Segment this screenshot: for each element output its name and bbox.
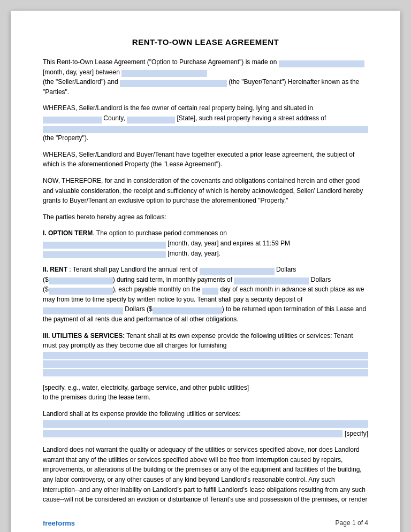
section-2-heading: II. RENT: [43, 266, 67, 273]
section-1-text: . The option to purchase period commence…: [93, 229, 227, 237]
landlord-provides-paragraph: Landlord shall at its expense provide th…: [43, 409, 368, 438]
whereas-text-2: WHEREAS, Seller/Landlord and Buyer/Tenan…: [43, 151, 354, 168]
landlord-warranty-text: Landlord does not warrant the quality or…: [43, 446, 367, 503]
monthly-rent-amount-input[interactable]: [49, 288, 113, 295]
now-therefore-text: NOW, THEREFORE, for and in consideration…: [43, 177, 363, 204]
section-2-each: ), each payable monthly on the: [113, 286, 201, 293]
footer-brand-free: free: [43, 519, 56, 527]
section-2-security: Dollars ($: [125, 305, 152, 313]
party-2-input[interactable]: [120, 80, 227, 87]
utilities-line-1[interactable]: [43, 352, 368, 359]
footer: freeforms Page 1 of 4: [43, 519, 368, 527]
day-input[interactable]: [202, 288, 218, 295]
section-3: III. UTILITIES & SERVICES: Tenant shall …: [43, 331, 368, 376]
landlord-warranty-paragraph: Landlord does not warrant the quality or…: [43, 445, 368, 505]
section-3-specify: [specify, e.g., water, electricity, garb…: [43, 383, 368, 403]
parties-agree-text: The parties hereto hereby agree as follo…: [43, 213, 166, 221]
footer-page-number: Page 1 of 4: [336, 519, 368, 527]
address-input[interactable]: [43, 126, 368, 133]
section-2-dollar-sign2: ($: [43, 286, 49, 293]
landlord-utilities-line-1[interactable]: [43, 420, 368, 428]
party-1-input[interactable]: [121, 70, 207, 77]
intro-paragraph: This Rent-to-Own Lease Agreement ("Optio…: [43, 57, 368, 97]
intro-text-1: This Rent-to-Own Lease Agreement ("Optio…: [43, 58, 277, 66]
intro-date-placeholder: [month, day, year]: [43, 68, 94, 76]
section-3-heading: III. UTILITIES & SERVICES:: [43, 332, 125, 340]
utilities-line-3[interactable]: [43, 369, 368, 376]
section-1-heading: I. OPTION TERM: [43, 229, 93, 237]
option-start-date-input[interactable]: [43, 242, 166, 249]
county-label: County,: [103, 114, 125, 122]
section-2-text: : Tenant shall pay Landlord the annual r…: [69, 266, 197, 273]
section-2-dollars2: Dollars: [311, 276, 331, 283]
security-deposit-words-input[interactable]: [43, 307, 123, 314]
annual-rent-amount-input[interactable]: [49, 277, 113, 284]
footer-brand: freeforms: [43, 519, 75, 527]
property-end: (the "Property").: [43, 134, 88, 142]
whereas-text-1: WHEREAS, Seller/Landlord is the fee owne…: [43, 104, 313, 112]
security-deposit-amount-input[interactable]: [153, 307, 222, 314]
section-3-specify-text: [specify, e.g., water, electricity, garb…: [43, 384, 249, 391]
section-3-end: to the premises during the lease term.: [43, 394, 150, 401]
landlord-specify-text: [specify]: [345, 429, 368, 439]
section-1-date1: [month, day, year] and expires at 11:59 …: [168, 240, 290, 247]
footer-brand-forms: forms: [56, 519, 75, 527]
monthly-rent-input[interactable]: [234, 277, 309, 284]
county-input[interactable]: [43, 117, 102, 124]
section-1-date2: [month, day, year].: [168, 250, 220, 257]
option-end-date-input[interactable]: [43, 251, 166, 258]
whereas-paragraph-1: WHEREAS, Seller/Landlord is the fee owne…: [43, 103, 368, 143]
whereas-paragraph-2: WHEREAS, Seller/Landlord and Buyer/Tenan…: [43, 150, 368, 169]
annual-rent-input[interactable]: [200, 268, 275, 275]
now-therefore-paragraph: NOW, THEREFORE, for and in consideration…: [43, 176, 368, 206]
section-2-during: ) during said term, in monthly payments …: [113, 276, 232, 283]
section-1: I. OPTION TERM. The option to purchase p…: [43, 228, 368, 258]
state-input[interactable]: [127, 117, 175, 124]
section-2-dollar-sign: ($: [43, 276, 49, 283]
date-input-1[interactable]: [279, 60, 364, 67]
document-page: RENT-TO-OWN LEASE AGREEMENT This Rent-to…: [11, 11, 400, 532]
landlord-provides-text: Landlord shall at its expense provide th…: [43, 410, 241, 418]
intro-between: between: [96, 68, 120, 76]
parties-agree-paragraph: The parties hereto hereby agree as follo…: [43, 212, 368, 222]
state-text: [State], such real property having a str…: [177, 114, 326, 122]
document-title: RENT-TO-OWN LEASE AGREEMENT: [43, 37, 368, 47]
landlord-utilities-line-2[interactable]: [43, 430, 342, 437]
utilities-line-2[interactable]: [43, 360, 368, 368]
section-2: II. RENT : Tenant shall pay Landlord the…: [43, 265, 368, 325]
seller-label: (the "Seller/Landlord") and: [43, 78, 118, 86]
section-2-dollars: Dollars: [276, 266, 296, 273]
